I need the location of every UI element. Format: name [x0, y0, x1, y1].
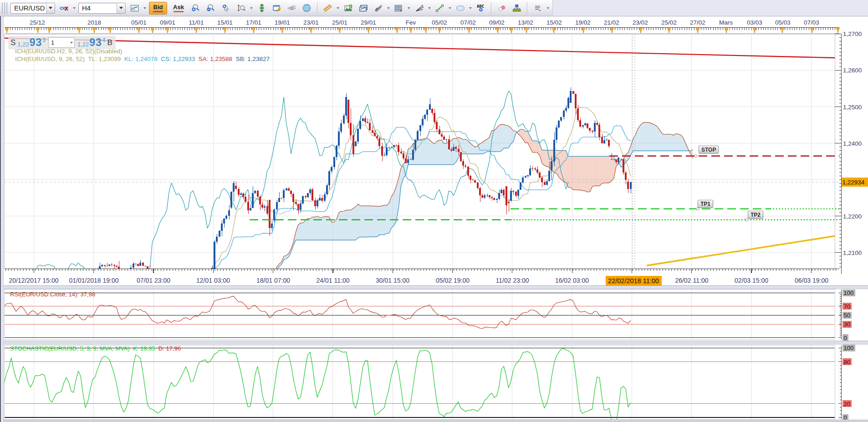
quantity-dropdown-icon[interactable] [70, 38, 73, 47]
zoom-selection-button-dropdown-icon[interactable] [249, 2, 254, 14]
text-button[interactable]: ABC [474, 2, 488, 15]
zoom-in-button[interactable] [189, 2, 203, 15]
fan-lines-button-dropdown-icon[interactable] [427, 2, 432, 14]
svg-text:100: 100 [844, 345, 854, 351]
current-date-tag: 22/02/2018 11:00 [606, 276, 662, 286]
hierarchy-button[interactable] [510, 2, 524, 15]
svg-text:70: 70 [844, 303, 850, 310]
zoom-out-icon [206, 4, 216, 12]
stochastic-panel-area[interactable] [5, 346, 835, 420]
chart-style-button[interactable] [128, 2, 142, 15]
ask-toggle-button[interactable]: Ask [170, 2, 187, 15]
svg-text:50: 50 [844, 312, 850, 319]
fibonacci-button-dropdown-icon[interactable] [406, 2, 412, 14]
pointer-add-icon [222, 4, 230, 12]
trendline-button[interactable] [433, 2, 447, 15]
zoom-out-button[interactable] [204, 2, 218, 15]
quantity-input[interactable]: 1 [48, 37, 75, 48]
svg-text:20/12/2017 15:00: 20/12/2017 15:00 [9, 277, 59, 284]
panel-splitter[interactable] [0, 285, 868, 289]
svg-text:20: 20 [844, 401, 850, 407]
one-click-trade-widget: S 1,22 93 3 1 1,22 93 4 B [8, 36, 116, 49]
measure-button-dropdown-icon[interactable] [335, 2, 341, 14]
svg-text:03/03: 03/03 [747, 19, 762, 26]
buy-price-big[interactable]: 93 [89, 36, 102, 49]
fibonacci-button[interactable]: F [392, 2, 406, 15]
tp2-level-tag[interactable]: TP2 [748, 211, 763, 219]
edit-window-button[interactable] [270, 2, 284, 15]
timeframe-combo-arrow-button[interactable] [117, 3, 125, 13]
symbol-combo-value: EUR/USD [14, 4, 45, 12]
toolbar-separator [527, 2, 527, 15]
bid-toggle-button[interactable]: Bid [149, 2, 167, 15]
pitchfork-icon [374, 4, 383, 12]
chart-window-button[interactable] [357, 2, 370, 15]
web-button[interactable] [300, 2, 314, 15]
image-add-icon [344, 4, 353, 12]
rsi-panel-area[interactable] [5, 290, 835, 340]
unlink-charts-button-dropdown-icon[interactable] [71, 2, 77, 14]
eraser-button[interactable] [495, 2, 509, 15]
pointer-add-button[interactable] [220, 2, 233, 15]
svg-text:1,2200: 1,2200 [843, 213, 862, 220]
sell-price-prefix[interactable]: 1,22 [17, 41, 29, 48]
tp2-handle[interactable] [745, 219, 748, 221]
stop-level-tag[interactable]: STOP [699, 146, 719, 153]
symbol-combo[interactable]: EUR/USD [10, 3, 55, 14]
trendline-button-dropdown-icon[interactable] [447, 2, 453, 14]
fibonacci-icon: F [394, 4, 403, 12]
rsi-indicator-label[interactable]: RSI(EUR/USD.Close, 14): 37,98 [10, 291, 95, 298]
stochastic-indicator-label[interactable]: STOCHASTIC(EUR/USD, 5, 3, 3, MVA, MVA) K… [10, 345, 181, 352]
chart-canvas[interactable]: 25/12201805/0109/0111/0115/0117/0119/012… [0, 0, 868, 422]
svg-text:02/03 15:00: 02/03 15:00 [735, 277, 768, 284]
ellipse-button[interactable] [454, 2, 467, 15]
chart-style-icon [130, 4, 139, 12]
toolbar-empty-area [552, 0, 868, 16]
timeframe-combo[interactable]: H4 [78, 3, 126, 14]
svg-text:19/01: 19/01 [275, 19, 290, 26]
svg-text:Fev: Fev [406, 19, 416, 26]
svg-text:05/03: 05/03 [775, 19, 791, 26]
ellipse-button-dropdown-icon[interactable] [468, 2, 473, 14]
hierarchy-icon [512, 4, 521, 12]
svg-text:16/02 03:00: 16/02 03:00 [555, 277, 589, 284]
list-button[interactable] [531, 2, 545, 15]
svg-text:07/01 23:00: 07/01 23:00 [137, 277, 170, 284]
svg-text:01/01/2018 19:00: 01/01/2018 19:00 [69, 277, 119, 284]
svg-text:13/02: 13/02 [518, 19, 533, 26]
stop-handle[interactable] [694, 155, 697, 158]
text-abc-icon: ABC [476, 4, 485, 12]
svg-text:25/12: 25/12 [30, 19, 45, 26]
toolbar-grip[interactable] [2, 2, 8, 14]
add-image-button[interactable] [342, 2, 355, 15]
list-icon [534, 5, 541, 12]
symbol-combo-arrow-button[interactable] [46, 3, 55, 13]
fan-lines-button[interactable] [413, 2, 426, 15]
measure-button[interactable] [321, 2, 335, 15]
indicator-legend-ichimoku[interactable]: ICH(EUR/USD, 9, 26, 52) TL: 1,23099 KL: … [15, 56, 270, 62]
legend-tenkan-value: TL: 1,23099 [88, 56, 121, 62]
fit-vertical-button[interactable] [255, 2, 269, 15]
svg-text:1,2600: 1,2600 [843, 67, 862, 74]
pitchfork-button[interactable] [372, 2, 385, 15]
zoom-select-icon [237, 4, 246, 12]
panel-splitter[interactable] [0, 341, 868, 345]
zoom-selection-button[interactable] [235, 2, 248, 15]
legend-chikou-value: CS: 1,22933 [161, 56, 195, 62]
chart-style-button-dropdown-icon[interactable] [142, 2, 148, 14]
current-price-tag: 1,22934 [842, 178, 868, 187]
buy-price-prefix[interactable]: 1,22 [77, 41, 89, 48]
legend-kijun-value: KL: 1,24078 [124, 56, 158, 62]
svg-text:18/01 07:00: 18/01 07:00 [256, 277, 290, 284]
visibility-button[interactable] [285, 2, 299, 15]
tp1-level-tag[interactable]: TP1 [698, 200, 713, 208]
tp1-handle[interactable] [696, 208, 699, 210]
timeframe-combo-value: H4 [82, 4, 91, 12]
svg-text:07/03: 07/03 [804, 19, 819, 26]
list-button-dropdown-icon[interactable] [545, 2, 551, 14]
pitchfork-button-dropdown-icon[interactable] [386, 2, 391, 14]
svg-text:05/02 19:00: 05/02 19:00 [436, 277, 470, 284]
svg-text:26/02 11:00: 26/02 11:00 [675, 277, 709, 284]
unlink-charts-button[interactable] [57, 2, 71, 15]
sell-price-big[interactable]: 93 [30, 36, 42, 49]
